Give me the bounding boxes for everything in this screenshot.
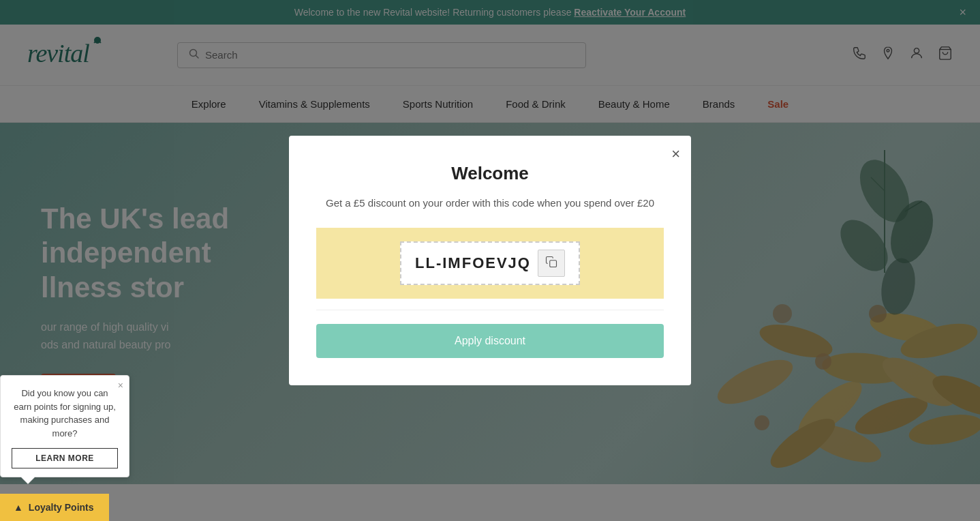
welcome-modal: × Welcome Get a £5 discount on your orde…	[289, 136, 691, 385]
apply-discount-button[interactable]: Apply discount	[316, 324, 664, 358]
coupon-code-text: LL-IMFOEVJQ	[415, 254, 531, 272]
modal-divider	[316, 310, 664, 310]
loyalty-bubble: × Did you know you can earn points for s…	[0, 375, 129, 477]
learn-more-button[interactable]: LEARN MORE	[12, 448, 118, 468]
coupon-area: LL-IMFOEVJQ	[316, 228, 664, 299]
coupon-code-display: LL-IMFOEVJQ	[400, 241, 580, 285]
copy-coupon-button[interactable]	[538, 250, 565, 277]
svg-rect-30	[550, 260, 557, 267]
loyalty-tooltip-close-button[interactable]: ×	[118, 380, 123, 391]
modal-title: Welcome	[316, 163, 664, 184]
modal-subtitle: Get a £5 discount on your order with thi…	[316, 195, 664, 211]
loyalty-tooltip-text: Did you know you can earn points for sig…	[12, 387, 118, 440]
modal-overlay: × Welcome Get a £5 discount on your orde…	[0, 0, 980, 484]
modal-close-button[interactable]: ×	[671, 147, 680, 162]
